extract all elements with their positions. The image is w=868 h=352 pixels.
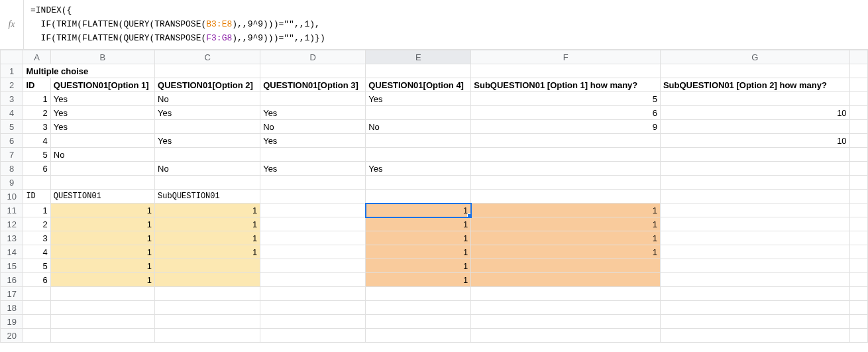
cell-H8[interactable] xyxy=(849,162,867,176)
cell-G7[interactable] xyxy=(660,148,849,162)
cell-F20[interactable] xyxy=(471,329,661,343)
row-header-11[interactable]: 11 xyxy=(1,204,23,217)
row-header-7[interactable]: 7 xyxy=(1,148,23,162)
row-header-15[interactable]: 15 xyxy=(1,259,23,273)
cell-E12[interactable]: 1 xyxy=(366,217,471,231)
cell-B8[interactable] xyxy=(50,162,154,176)
cell-A6[interactable]: 4 xyxy=(23,134,50,148)
row-header-20[interactable]: 20 xyxy=(1,329,23,343)
cell-A15[interactable]: 5 xyxy=(23,259,50,273)
col-header-G[interactable]: G xyxy=(660,50,849,64)
cell-G11[interactable] xyxy=(660,204,849,217)
cell-C3[interactable]: No xyxy=(155,92,260,106)
cell-G4[interactable]: 10 xyxy=(660,106,849,120)
cell-C13[interactable]: 1 xyxy=(155,231,260,245)
cell-D14[interactable] xyxy=(260,245,366,259)
cell-C17[interactable] xyxy=(155,287,260,301)
row-header-12[interactable]: 12 xyxy=(1,217,23,231)
cell-A7[interactable]: 5 xyxy=(23,148,50,162)
cell-E14[interactable]: 1 xyxy=(366,245,471,259)
cell-F4[interactable]: 6 xyxy=(471,106,661,120)
cell-B9[interactable] xyxy=(50,176,154,190)
row-header-13[interactable]: 13 xyxy=(1,231,23,245)
cell-E11[interactable]: 1 xyxy=(366,204,471,217)
cell-H2[interactable] xyxy=(849,78,867,92)
cell-H9[interactable] xyxy=(849,176,867,190)
cell-E5[interactable]: No xyxy=(366,120,471,134)
cell-E4[interactable] xyxy=(366,106,471,120)
cell-G18[interactable] xyxy=(660,301,849,315)
cell-C16[interactable] xyxy=(155,273,260,287)
cell-A17[interactable] xyxy=(23,287,50,301)
cell-A19[interactable] xyxy=(23,315,50,329)
cell-H11[interactable] xyxy=(849,204,867,217)
cell-H18[interactable] xyxy=(849,301,867,315)
cell-E6[interactable] xyxy=(366,134,471,148)
cell-C10[interactable]: SubQUESTION01 xyxy=(155,190,260,204)
spreadsheet-grid[interactable]: A B C D E F G 1 Multiple choise 2 ID QUE… xyxy=(0,50,868,343)
cell-H17[interactable] xyxy=(849,287,867,301)
cell-H19[interactable] xyxy=(849,315,867,329)
cell-F9[interactable] xyxy=(471,176,661,190)
cell-C6[interactable]: Yes xyxy=(155,134,260,148)
cell-F1[interactable] xyxy=(471,64,661,78)
cell-G1[interactable] xyxy=(660,64,849,78)
cell-F18[interactable] xyxy=(471,301,661,315)
cell-C8[interactable]: No xyxy=(155,162,260,176)
cell-A14[interactable]: 4 xyxy=(23,245,50,259)
cell-G19[interactable] xyxy=(660,315,849,329)
cell-D2[interactable]: QUESTION01[Option 3] xyxy=(260,78,366,92)
cell-F2[interactable]: SubQUESTION01 [Option 1] how many? xyxy=(471,78,661,92)
formula-input[interactable]: =INDEX({ IF(TRIM(FLATTEN(QUERY(TRANSPOSE… xyxy=(24,0,868,49)
cell-E19[interactable] xyxy=(366,315,471,329)
cell-B19[interactable] xyxy=(50,315,154,329)
cell-F19[interactable] xyxy=(471,315,661,329)
cell-A5[interactable]: 3 xyxy=(23,120,50,134)
col-header-A[interactable]: A xyxy=(23,50,50,64)
cell-F11[interactable]: 1 xyxy=(471,204,661,217)
row-header-16[interactable]: 16 xyxy=(1,273,23,287)
cell-A1[interactable]: Multiple choise xyxy=(23,64,155,78)
cell-F14[interactable]: 1 xyxy=(471,245,661,259)
row-header-18[interactable]: 18 xyxy=(1,301,23,315)
row-header-2[interactable]: 2 xyxy=(1,78,23,92)
cell-G13[interactable] xyxy=(660,231,849,245)
cell-A12[interactable]: 2 xyxy=(23,217,50,231)
cell-E17[interactable] xyxy=(366,287,471,301)
cell-H6[interactable] xyxy=(849,134,867,148)
cell-H4[interactable] xyxy=(849,106,867,120)
cell-E7[interactable] xyxy=(366,148,471,162)
cell-F10[interactable] xyxy=(471,190,661,204)
cell-C4[interactable]: Yes xyxy=(155,106,260,120)
col-header-F[interactable]: F xyxy=(471,50,661,64)
cell-D3[interactable] xyxy=(260,92,366,106)
cell-D4[interactable]: Yes xyxy=(260,106,366,120)
cell-F15[interactable] xyxy=(471,259,661,273)
cell-D19[interactable] xyxy=(260,315,366,329)
cell-C7[interactable] xyxy=(155,148,260,162)
row-header-14[interactable]: 14 xyxy=(1,245,23,259)
cell-C11[interactable]: 1 xyxy=(155,204,260,217)
cell-E15[interactable]: 1 xyxy=(366,259,471,273)
cell-B7[interactable]: No xyxy=(50,148,154,162)
cell-D10[interactable] xyxy=(260,190,366,204)
cell-C20[interactable] xyxy=(155,329,260,343)
cell-D16[interactable] xyxy=(260,273,366,287)
cell-D13[interactable] xyxy=(260,231,366,245)
cell-C18[interactable] xyxy=(155,301,260,315)
cell-F16[interactable] xyxy=(471,273,661,287)
cell-D20[interactable] xyxy=(260,329,366,343)
cell-H16[interactable] xyxy=(849,273,867,287)
row-header-8[interactable]: 8 xyxy=(1,162,23,176)
cell-A18[interactable] xyxy=(23,301,50,315)
select-all-corner[interactable] xyxy=(1,50,23,64)
cell-G8[interactable] xyxy=(660,162,849,176)
cell-H15[interactable] xyxy=(849,259,867,273)
row-header-5[interactable]: 5 xyxy=(1,120,23,134)
cell-D9[interactable] xyxy=(260,176,366,190)
cell-F6[interactable] xyxy=(471,134,661,148)
cell-H7[interactable] xyxy=(849,148,867,162)
cell-D11[interactable] xyxy=(260,204,366,217)
cell-H20[interactable] xyxy=(849,329,867,343)
cell-B5[interactable]: Yes xyxy=(50,120,154,134)
